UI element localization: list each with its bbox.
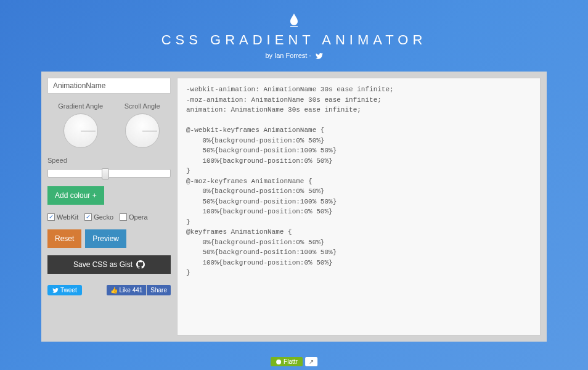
tweet-button[interactable]: Tweet: [47, 285, 82, 295]
speed-slider[interactable]: [47, 169, 171, 178]
flattr-icon: [276, 359, 282, 365]
checkbox-icon: [84, 213, 92, 221]
controls-sidebar: Gradient Angle Scroll Angle Speed Add co…: [47, 78, 171, 335]
github-icon: [136, 260, 145, 269]
opera-checkbox[interactable]: Opera: [120, 213, 148, 221]
twitter-icon: [52, 288, 59, 293]
gradient-angle-dial[interactable]: [63, 113, 98, 148]
checkbox-icon: [47, 213, 55, 221]
speed-label: Speed: [47, 157, 171, 164]
main-panel: Gradient Angle Scroll Angle Speed Add co…: [41, 72, 547, 342]
page-title: CSS GRADIENT ANIMATOR: [0, 32, 588, 48]
thumbs-up-icon: 👍: [110, 287, 118, 294]
add-colour-button[interactable]: Add colour +: [47, 186, 104, 205]
fb-share-button[interactable]: Share: [147, 285, 171, 295]
webkit-checkbox[interactable]: WebKit: [47, 213, 78, 221]
scroll-angle-label: Scroll Angle: [125, 102, 160, 110]
svg-point-1: [276, 360, 281, 364]
save-gist-button[interactable]: Save CSS as Gist: [47, 255, 171, 274]
checkbox-icon: [120, 213, 127, 221]
fb-like-button[interactable]: 👍 Like 441: [107, 285, 147, 295]
twitter-icon[interactable]: [316, 53, 323, 59]
reset-button[interactable]: Reset: [47, 229, 81, 248]
preview-button[interactable]: Preview: [85, 229, 126, 248]
gradient-angle-label: Gradient Angle: [58, 102, 103, 110]
scroll-angle-dial[interactable]: [125, 113, 160, 148]
animation-name-input[interactable]: [47, 78, 171, 94]
speed-slider-thumb[interactable]: [102, 168, 109, 179]
flame-logo-icon: [288, 14, 300, 27]
svg-rect-0: [290, 26, 298, 27]
code-output[interactable]: -webkit-animation: AnimationName 30s eas…: [177, 78, 541, 335]
flattr-button[interactable]: Flattr: [271, 357, 303, 366]
gecko-checkbox[interactable]: Gecko: [84, 213, 113, 221]
byline: by Ian Forrest ·: [0, 52, 588, 59]
flattr-external-button[interactable]: ↗: [305, 357, 317, 366]
